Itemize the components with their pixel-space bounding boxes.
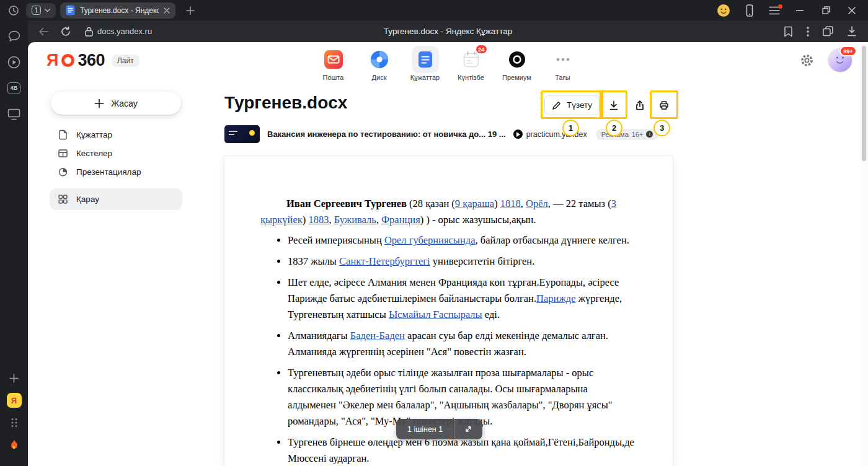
browser-side-strip: 4B Я [0,20,28,466]
page-indicator-pill: 1 ішінен 1 [396,419,482,439]
doc-bullet: Ресей империясының Орел губерниясында, б… [288,232,636,248]
doc-link[interactable]: Санкт-Петербургтегі [339,255,430,267]
sidebar-item-view[interactable]: Қарау [50,188,182,210]
kebab-menu-icon[interactable] [807,27,809,37]
gear-icon[interactable] [800,53,814,68]
doc-text: Ресей империясының [288,234,384,246]
create-button[interactable]: Жасау [51,92,181,115]
sidebar-item-documents[interactable]: Құжаттар [50,125,182,144]
edit-button[interactable]: Түзету [544,95,600,115]
tabbar-right-cluster [717,4,868,17]
nav-label: Тағы [555,74,570,81]
chevron-down-icon [45,9,50,12]
practicum-logo-icon [513,130,523,139]
active-tab[interactable]: Тургенев.docx - Яндекс [60,2,175,19]
doc-text: , [329,214,334,226]
doc-link[interactable]: 1818 [500,198,521,209]
site-identity[interactable]: docs.yandex.ru [85,27,152,37]
screencast-icon[interactable] [7,107,22,121]
history-icon[interactable] [7,4,20,17]
pencil-icon [552,100,562,110]
minimize-button[interactable] [794,4,806,17]
disk-icon [366,46,393,73]
downloads-icon[interactable] [847,26,857,37]
yandex-logo-tile: Я [7,393,22,408]
doc-text: ) [494,198,500,209]
doc-title: Тургенев.docx [224,93,347,113]
doc-link[interactable]: Орёл [526,198,548,209]
back-icon[interactable] [37,25,50,38]
yandex-docs-app: Я 360 Лайт Пошта Диск Құжаттар 24 [28,42,868,466]
doc-link[interactable]: Франция [381,214,420,226]
tab-group-number: 1 [32,6,41,15]
devices-icon[interactable] [744,4,755,17]
yandex360-logo[interactable]: Я 360 Лайт [46,52,140,69]
doc-bullet: Шет елде, әсіресе Алмания менен Францияд… [288,275,636,323]
doc-text: (28 қазан ( [407,198,455,209]
ad-title: Вакансия инженера по тестированию: от но… [267,130,506,139]
doc-link[interactable]: Баден-Баден [350,330,405,341]
nav-item-disk[interactable]: Диск [361,46,398,81]
doc-text: , — 22 тамыз ( [548,198,611,209]
docs-icon [412,46,439,73]
translator-badge-label: 4B [7,82,20,94]
nav-item-mail[interactable]: Пошта [315,46,352,81]
nav-label: Құжаттар [410,74,440,81]
profile-avatar[interactable]: 99+ [828,48,852,73]
callout-3: 3 [653,120,670,136]
doc-link[interactable]: Орел губерниясында [384,234,476,246]
restore-button[interactable] [820,4,832,17]
video-icon[interactable] [7,55,22,69]
nav-item-calendar[interactable]: 24 Күнтізбе [453,46,490,81]
nav-item-premium[interactable]: Премиум [498,46,536,81]
sidebar-item-tables[interactable]: Кестелер [50,144,182,162]
tab-close-icon[interactable] [164,7,170,14]
document-icon [58,130,68,140]
new-tab-button[interactable] [183,3,198,18]
sidebar-item-presentations[interactable]: Презентациялар [50,162,182,181]
doc-text: 1837 жылы [288,255,339,267]
doc-link[interactable]: Парижде [536,292,575,304]
tab-group-chip[interactable]: 1 [26,3,56,18]
doc-text: Иван Сергеевич Тургенев [286,198,407,209]
doc-link[interactable]: Буживаль [334,214,376,226]
yandex-services-icon[interactable]: Я [7,393,22,408]
close-button[interactable] [846,4,858,17]
apps-drag-icon[interactable] [7,415,22,430]
nav-item-more[interactable]: Тағы [544,46,582,81]
add-panel-icon[interactable] [7,371,22,385]
logo-ring-icon [61,54,74,67]
reload-icon[interactable] [59,25,73,38]
doc-link[interactable]: 1883 [308,214,329,226]
tabs-panel-icon[interactable] [823,26,833,37]
premium-icon [503,46,531,73]
page-indicator-text: 1 ішінен 1 [396,425,454,434]
ad-info-icon[interactable]: i [646,131,653,138]
flame-icon[interactable] [7,437,22,452]
sidebar-item-label: Қарау [76,195,99,204]
doc-link[interactable]: 9 қараша [455,198,494,209]
more-icon [549,46,577,73]
doc-bullet: Алманиядағы Баден-Баден арасан суы бар е… [288,328,636,360]
print-button[interactable] [653,95,674,115]
url-text: docs.yandex.ru [97,27,152,36]
smiley-avatar-icon[interactable] [717,4,730,17]
fullscreen-button[interactable] [454,419,482,439]
download-button[interactable] [603,95,624,115]
scrollbar-track[interactable] [860,42,868,466]
app-sidebar: Құжаттар Кестелер Презентациялар Қарау [50,125,182,210]
addressbar: docs.yandex.ru Тургенев.docx - Яндекс Құ… [28,20,868,42]
doc-link[interactable]: Ысмайыл Ғаспыралы [389,309,482,320]
messenger-icon[interactable] [7,29,22,43]
translator-icon[interactable]: 4B [7,81,22,95]
browser-menu-icon[interactable] [769,6,780,15]
doc-text: Алманиядағы [288,330,350,341]
share-button[interactable] [629,95,650,115]
download-icon [608,100,619,111]
notification-dot [778,4,782,9]
doc-bullet: 1837 жылы Санкт-Петербургтегі университе… [288,253,636,270]
nav-item-docs[interactable]: Құжаттар [407,46,444,81]
plus-icon [94,99,104,108]
bookmark-icon[interactable] [784,26,793,37]
scrollbar-thumb[interactable] [862,46,866,161]
